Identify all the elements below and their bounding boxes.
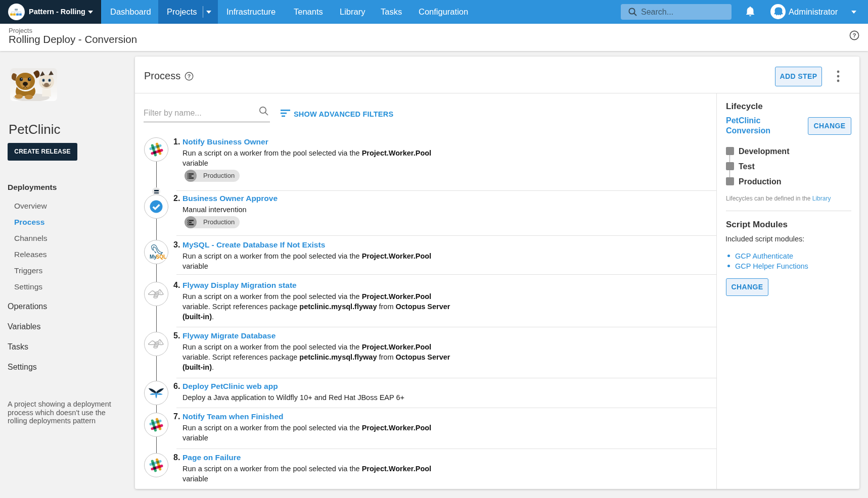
- svg-text:SQL: SQL: [156, 254, 167, 260]
- svg-text:?: ?: [852, 32, 856, 38]
